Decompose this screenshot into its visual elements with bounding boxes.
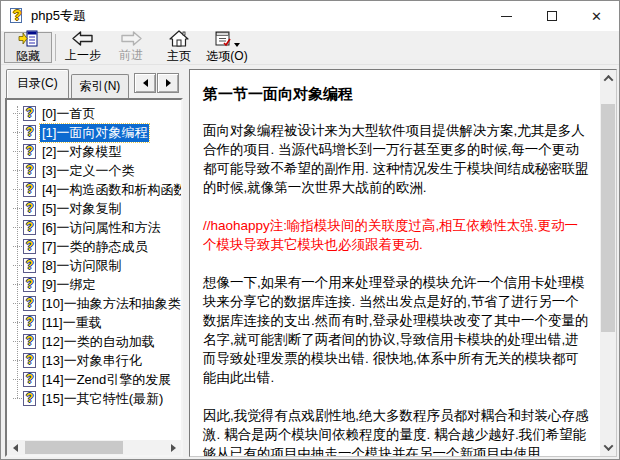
help-topic-icon [23,220,36,235]
help-topic-icon [23,277,36,292]
tree-item[interactable]: [3]一定义一个类 [7,161,181,180]
scrollbar-thumb[interactable] [25,441,123,454]
scrollbar-thumb[interactable] [601,104,615,332]
tree-item[interactable]: [4]一构造函数和析构函数 [7,180,181,199]
help-topic-icon [23,353,36,368]
tree-item[interactable]: [10]一抽象方法和抽象类 [7,294,181,313]
close-icon: ✕ [591,10,602,23]
topic-paragraph: 因此,我觉得有点戏剧性地,绝大多数程序员都对耦合和封装心存感激. 耦合是两个模块… [203,406,590,456]
scroll-right-arrow-icon[interactable] [165,440,181,455]
help-topic-icon [23,163,36,178]
help-topic-icon [23,372,36,387]
tree-item[interactable]: [15]一其它特性(最新) [7,389,181,408]
hide-button[interactable]: 隐藏 [4,32,52,63]
close-button[interactable]: ✕ [574,1,619,31]
hide-pane-icon [18,31,38,47]
tree-item-selected[interactable]: [1]一面向对象编程 [7,123,181,142]
topic-paragraph: 面向对象编程被设计来为大型软件项目提供解决方案,尤其是多人合作的项目. 当源代码… [203,121,590,197]
content-vertical-scrollbar[interactable] [600,70,616,456]
tab-scroll-left-button[interactable] [134,73,156,93]
back-arrow-icon [72,31,94,46]
tree-item[interactable]: [5]一对象复制 [7,199,181,218]
tree-item[interactable]: [8]一访问限制 [7,256,181,275]
home-button-label: 主页 [167,48,191,65]
window-title: php5专题 [31,7,86,25]
help-topic-icon [23,144,36,159]
tree-horizontal-scrollbar[interactable] [7,440,181,455]
help-topic-icon [23,125,36,140]
help-topic-icon [23,334,36,349]
tree-item[interactable]: [12]一类的自动加载 [7,332,181,351]
forward-button[interactable]: 前进 [107,32,155,63]
main-area: 目录(C) 索引(N) [0]一首页 [1]一面向对象编程 [2]一对象模型 [… [1,65,619,459]
options-button[interactable]: 选项(O) [203,32,251,63]
tree-item[interactable]: [13]一对象串行化 [7,351,181,370]
scroll-down-arrow-icon[interactable] [600,439,616,456]
left-triangle-icon [143,79,148,87]
help-topic-icon [23,239,36,254]
help-topic-icon [23,258,36,273]
topic-heading: 第一节一面向对象编程 [203,84,590,103]
maximize-icon [547,11,557,21]
home-button[interactable]: 主页 [155,32,203,63]
help-topic-icon [23,296,36,311]
scroll-up-arrow-icon[interactable] [600,70,616,87]
tree-item[interactable]: [14]一Zend引擎的发展 [7,370,181,389]
scroll-left-arrow-icon[interactable] [7,440,23,455]
contents-tree: [0]一首页 [1]一面向对象编程 [2]一对象模型 [3]一定义一个类 [4]… [5,98,183,457]
nav-tabstrip: 目录(C) 索引(N) [5,69,183,98]
help-topic-icon [23,315,36,330]
back-button-label: 上一步 [65,47,101,64]
help-book-icon: ? [9,8,25,24]
tab-scroll-right-button[interactable] [157,73,179,93]
forward-button-label: 前进 [119,47,143,64]
tree-item[interactable]: [6]一访问属性和方法 [7,218,181,237]
tree-item[interactable]: [0]一首页 [7,104,181,123]
options-menu-caret-icon [234,43,240,47]
topic-content: 第一节一面向对象编程 面向对象编程被设计来为大型软件项目提供解决方案,尤其是多人… [190,70,600,456]
navigation-pane: 目录(C) 索引(N) [0]一首页 [1]一面向对象编程 [2]一对象模型 [… [5,69,183,457]
back-button[interactable]: 上一步 [59,32,107,63]
tree-item[interactable]: [9]一绑定 [7,275,181,294]
minimize-icon [501,16,512,17]
tree-item[interactable]: [11]一重载 [7,313,181,332]
help-topic-icon [23,182,36,197]
tree-item[interactable]: [2]一对象模型 [7,142,181,161]
help-topic-icon [23,106,36,121]
forward-arrow-icon [120,31,142,46]
help-viewer-window: ? php5专题 ✕ 隐藏 [0,0,620,460]
topic-note-paragraph: //haohappy注:喻指模块间的关联度过高,相互依赖性太强.更动一个模块导致… [203,216,590,254]
scrollbar-track[interactable] [23,440,165,455]
titlebar: ? php5专题 ✕ [1,1,619,31]
minimize-button[interactable] [484,1,529,31]
topic-pane: 第一节一面向对象编程 面向对象编程被设计来为大型软件项目提供解决方案,尤其是多人… [189,69,617,457]
right-triangle-icon [166,79,171,87]
topic-paragraph: 想像一下,如果有一个用来处理登录的模块允许一个信用卡处理模块来分享它的数据库连接… [203,273,590,387]
tab-index[interactable]: 索引(N) [71,74,130,98]
help-topic-icon [23,201,36,216]
options-icon [214,31,240,47]
tab-scroll-arrows [134,73,179,93]
options-button-label: 选项(O) [206,48,247,65]
maximize-button[interactable] [529,1,574,31]
hide-button-label: 隐藏 [16,48,40,65]
help-topic-icon [23,391,36,406]
toolbar-separator [55,34,56,61]
toolbar: 隐藏 上一步 前进 [1,31,619,65]
tab-contents[interactable]: 目录(C) [6,69,69,98]
tree-item[interactable]: [7]一类的静态成员 [7,237,181,256]
home-icon [169,31,189,47]
